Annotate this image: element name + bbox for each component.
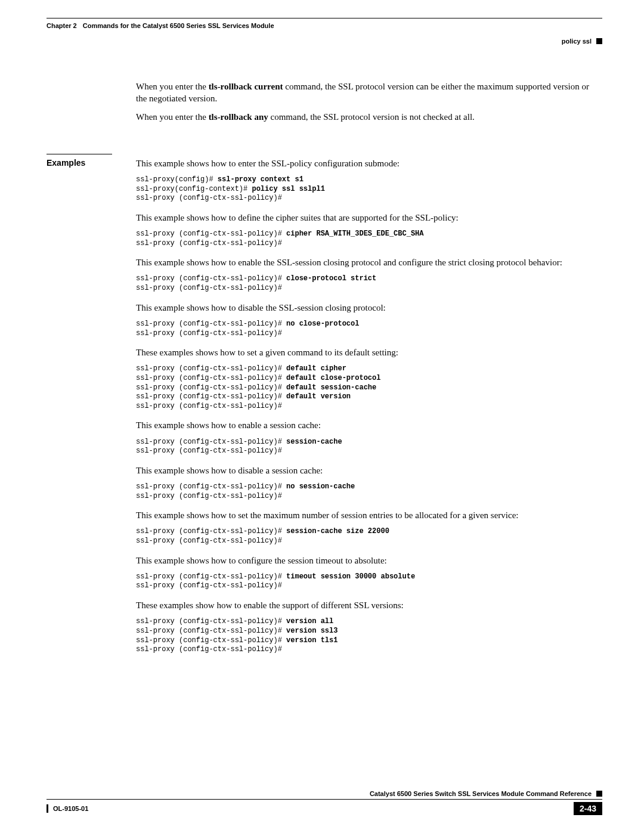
intro-para-1: When you enter the tls-rollback current … xyxy=(136,80,602,105)
intro-para-2: When you enter the tls-rollback any comm… xyxy=(136,111,602,123)
chapter-title: Commands for the Catalyst 6500 Series SS… xyxy=(83,22,274,29)
code-example: ssl-proxy (config-ctx-ssl-policy)# sessi… xyxy=(136,527,602,546)
example-desc: This example shows how to enable a sessi… xyxy=(136,419,602,431)
topic-title: policy ssl xyxy=(562,38,592,45)
chapter-number: Chapter 2 xyxy=(47,22,77,29)
page-footer: Catalyst 6500 Series Switch SSL Services… xyxy=(47,790,602,815)
example-desc: This example shows how to configure the … xyxy=(136,555,602,566)
example-desc: This example shows how to enable the SSL… xyxy=(136,256,602,268)
example-desc: This example shows how to enter the SSL-… xyxy=(136,157,602,169)
code-example: ssl-proxy (config-ctx-ssl-policy)# versi… xyxy=(136,617,602,654)
footer-rule xyxy=(47,799,602,800)
footer-bar-icon xyxy=(47,804,48,813)
code-example: ssl-proxy (config-ctx-ssl-policy)# no se… xyxy=(136,482,602,501)
header-rule xyxy=(47,18,602,18)
code-example: ssl-proxy (config-ctx-ssl-policy)# timeo… xyxy=(136,572,602,591)
code-example: ssl-proxy (config-ctx-ssl-policy)# defau… xyxy=(136,364,602,411)
example-desc: These examples shows how to set a given … xyxy=(136,346,602,358)
example-desc: This example shows how to disable a sess… xyxy=(136,465,602,476)
doc-title: Catalyst 6500 Series Switch SSL Services… xyxy=(370,790,592,797)
code-example: ssl-proxy (config-ctx-ssl-policy)# no cl… xyxy=(136,320,602,338)
page-header: Chapter 2 Commands for the Catalyst 6500… xyxy=(47,22,602,29)
code-example: ssl-proxy (config-ctx-ssl-policy)# close… xyxy=(136,274,602,293)
section-heading-examples: Examples xyxy=(47,154,112,168)
example-desc: This example shows how to disable the SS… xyxy=(136,302,602,314)
example-desc: This example shows how to define the cip… xyxy=(136,212,602,224)
footer-marker-icon xyxy=(596,791,602,797)
example-desc: These examples show how to enable the su… xyxy=(136,599,602,611)
code-example: ssl-proxy(config)# ssl-proxy context s1 … xyxy=(136,175,602,203)
code-example: ssl-proxy (config-ctx-ssl-policy)# sessi… xyxy=(136,438,602,456)
page-number: 2-43 xyxy=(574,802,602,815)
code-example: ssl-proxy (config-ctx-ssl-policy)# ciphe… xyxy=(136,230,602,248)
header-marker-icon xyxy=(596,38,602,44)
example-desc: This example shows how to set the maximu… xyxy=(136,509,602,521)
doc-id: OL-9105-01 xyxy=(53,805,88,812)
